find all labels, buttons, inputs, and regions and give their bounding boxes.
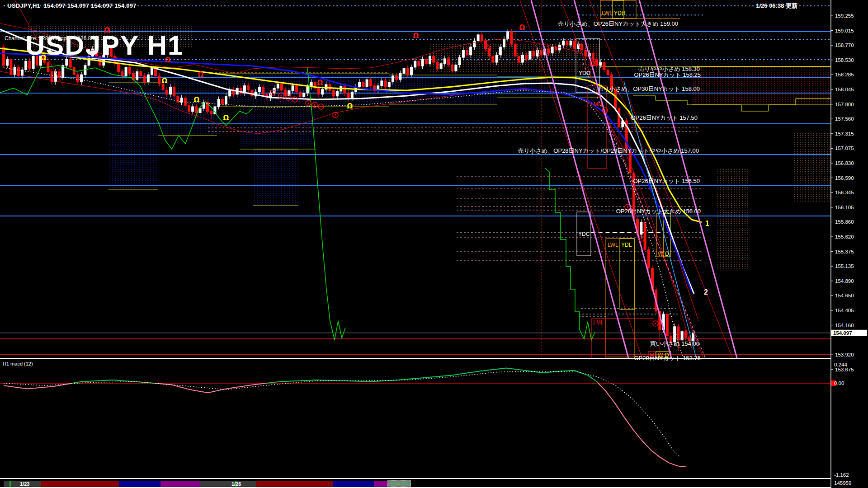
candle-bearish (128, 65, 131, 76)
candle-body (121, 71, 123, 76)
chart-label-lwh: LWH (602, 10, 613, 16)
buy-omega-icon: Ω (194, 96, 200, 104)
candle-body (199, 108, 201, 113)
candle-body (158, 76, 160, 84)
macd-signal-line (4, 371, 680, 457)
price-axis-label: 155.375 (835, 249, 854, 254)
signal-markers: ΩΩΩΩΩΩΩΩΩΩΩΩ (41, 23, 658, 326)
circle-dot-icon (312, 102, 317, 108)
candle-body (455, 65, 457, 71)
kumo-cloud-region (692, 66, 831, 105)
session-segment (256, 481, 333, 487)
candle-body (503, 39, 505, 47)
price-axis-label: 156.590 (835, 175, 854, 181)
candle-body (321, 89, 324, 94)
candle-bullish (377, 83, 379, 94)
candle-body (192, 107, 194, 112)
candle-bearish (677, 324, 679, 352)
panel-separator (0, 478, 868, 479)
panel-separator (0, 358, 868, 359)
circle-dot-icon (318, 104, 324, 109)
circle-dot-icon (292, 97, 297, 102)
sell-omega-icon: Ω (590, 60, 595, 68)
candle-body (281, 84, 283, 90)
session-segment (119, 481, 160, 487)
candle-body (284, 90, 287, 95)
candle-bearish (618, 106, 620, 139)
candle-bullish (640, 219, 642, 237)
ma-white (0, 29, 694, 294)
macd-axis-bottom: -1.162 (834, 472, 849, 478)
candle-body (392, 76, 394, 82)
candle-bearish (165, 87, 168, 97)
candle-bearish (547, 46, 550, 56)
candle-body (277, 84, 279, 89)
candle-bullish (303, 90, 305, 99)
chart-label-w: W (658, 352, 663, 358)
chart-label-lwl: LWL (608, 242, 618, 248)
buy-omega-icon: Ω (223, 114, 229, 122)
candle-bearish (406, 66, 409, 77)
circle-dot (487, 47, 489, 49)
macd-main-line (72, 380, 154, 383)
chart-label-w: W (658, 251, 663, 257)
circle-dot (335, 114, 336, 115)
macd-axis-zero: 0.00 (834, 380, 844, 386)
candle-bearish (518, 53, 520, 65)
candle-body (247, 86, 250, 90)
candle-bullish (414, 58, 416, 70)
candle-bullish (403, 66, 405, 76)
candle-bearish (448, 56, 450, 68)
candle-body (599, 62, 602, 66)
price-axis-label: 154.650 (835, 293, 854, 298)
price-axis-label: 154.160 (835, 323, 854, 328)
candle-body (644, 222, 646, 250)
candle-body (347, 93, 349, 98)
chart-label-d: D (665, 251, 669, 257)
chart-label-2: 2 (704, 288, 708, 296)
candle-bearish (433, 53, 435, 65)
candle-body (677, 327, 679, 340)
candle-bearish (299, 89, 302, 99)
candle-bearish (425, 56, 427, 66)
macd-axis-top: 0.244 (834, 362, 847, 367)
candle-body (6, 59, 9, 66)
chart-canvas[interactable]: ΩΩΩΩΩΩΩΩΩΩΩΩ売り小さめ、OP26日NYカット大きめ 159.00売り… (0, 0, 868, 488)
candle-body (210, 112, 212, 114)
session-segment (160, 481, 200, 487)
candle-body (533, 52, 535, 56)
candle-bearish (555, 44, 557, 53)
candle-body (603, 62, 605, 70)
candle-bearish (451, 62, 453, 74)
candle-body (573, 41, 576, 49)
chart-label-m: M (650, 352, 654, 358)
candle-body (614, 90, 617, 108)
kumo-cloud-region (795, 133, 830, 202)
circle-dot (294, 99, 295, 100)
day-start-tick (9, 481, 11, 487)
timeline-session-bar[interactable]: 1/231/26 (4, 481, 402, 487)
candle-bearish (143, 73, 146, 85)
price-axis[interactable]: 159.255159.015158.770158.530158.285158.0… (831, 0, 868, 488)
candle-bearish (373, 83, 376, 94)
candle-body (440, 64, 442, 69)
candle-body (229, 90, 231, 96)
candle-body (492, 56, 494, 62)
candle-body (433, 56, 435, 62)
candle-bearish (525, 52, 528, 62)
candle-body (473, 41, 476, 47)
macd-toggle-button[interactable]: macd ON (387, 480, 411, 487)
candle-bearish (514, 29, 516, 59)
price-axis-label: 156.105 (835, 205, 854, 210)
candle-body (429, 56, 431, 63)
candle-body (470, 47, 472, 55)
candle-bullish (462, 47, 464, 61)
candle-bullish (14, 65, 16, 78)
candle-body (217, 99, 220, 107)
candle-body (128, 67, 131, 74)
circle-dot (307, 102, 309, 103)
candle-body (362, 82, 364, 87)
candle-bullish (522, 52, 524, 66)
candle-body (292, 86, 294, 91)
candle-bearish (644, 219, 646, 252)
